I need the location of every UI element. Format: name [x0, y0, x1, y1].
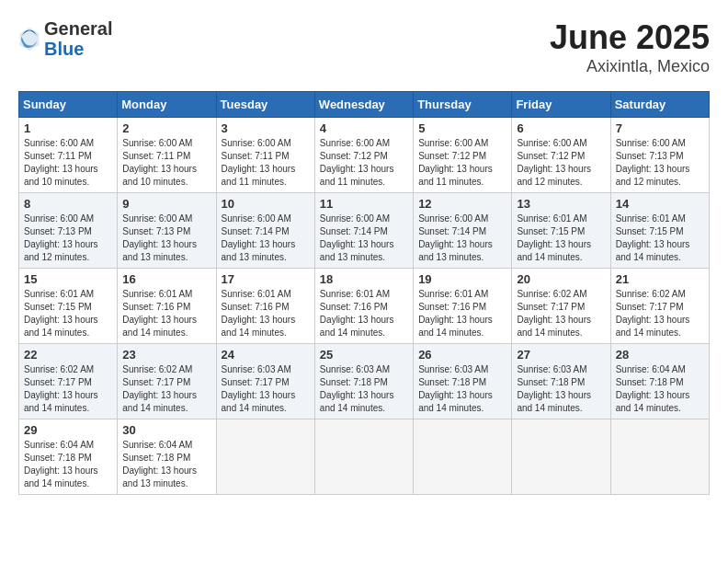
- day-info: Sunrise: 6:03 AMSunset: 7:18 PMDaylight:…: [517, 363, 605, 415]
- day-number: 24: [222, 348, 310, 362]
- logo: General Blue: [18, 18, 112, 59]
- calendar-cell: 10Sunrise: 6:00 AMSunset: 7:14 PMDayligh…: [216, 193, 314, 269]
- day-number: 22: [24, 348, 112, 362]
- calendar-cell: 29Sunrise: 6:04 AMSunset: 7:18 PMDayligh…: [19, 419, 118, 495]
- header-friday: Friday: [512, 92, 610, 118]
- day-number: 17: [222, 272, 310, 286]
- day-info: Sunrise: 6:04 AMSunset: 7:18 PMDaylight:…: [24, 439, 112, 490]
- header-sunday: Sunday: [19, 92, 118, 118]
- header-wednesday: Wednesday: [314, 92, 413, 118]
- day-number: 11: [320, 197, 408, 211]
- day-number: 5: [418, 121, 506, 135]
- calendar-cell: 22Sunrise: 6:02 AMSunset: 7:17 PMDayligh…: [19, 344, 118, 419]
- calendar-cell: [512, 419, 610, 495]
- calendar-cell: [216, 419, 314, 495]
- calendar-cell: 18Sunrise: 6:01 AMSunset: 7:16 PMDayligh…: [314, 269, 413, 344]
- day-info: Sunrise: 6:03 AMSunset: 7:18 PMDaylight:…: [320, 363, 408, 415]
- day-info: Sunrise: 6:00 AMSunset: 7:11 PMDaylight:…: [24, 137, 112, 189]
- day-info: Sunrise: 6:00 AMSunset: 7:12 PMDaylight:…: [517, 137, 605, 189]
- day-info: Sunrise: 6:01 AMSunset: 7:15 PMDaylight:…: [24, 288, 112, 339]
- day-number: 25: [320, 348, 408, 362]
- calendar-cell: 6Sunrise: 6:00 AMSunset: 7:12 PMDaylight…: [512, 118, 610, 193]
- day-info: Sunrise: 6:03 AMSunset: 7:17 PMDaylight:…: [222, 363, 310, 415]
- calendar-cell: 7Sunrise: 6:00 AMSunset: 7:13 PMDaylight…: [610, 118, 709, 193]
- page-subtitle: Axixintla, Mexico: [550, 57, 710, 76]
- day-info: Sunrise: 6:01 AMSunset: 7:16 PMDaylight:…: [222, 288, 310, 339]
- day-info: Sunrise: 6:00 AMSunset: 7:12 PMDaylight:…: [320, 137, 408, 189]
- calendar-week-3: 15Sunrise: 6:01 AMSunset: 7:15 PMDayligh…: [19, 269, 710, 344]
- day-number: 14: [616, 197, 704, 211]
- calendar-cell: 26Sunrise: 6:03 AMSunset: 7:18 PMDayligh…: [414, 344, 512, 419]
- day-info: Sunrise: 6:01 AMSunset: 7:16 PMDaylight:…: [320, 288, 408, 339]
- calendar-cell: 14Sunrise: 6:01 AMSunset: 7:15 PMDayligh…: [610, 193, 709, 269]
- page-title: June 2025: [550, 18, 710, 57]
- calendar-cell: 17Sunrise: 6:01 AMSunset: 7:16 PMDayligh…: [216, 269, 314, 344]
- header-tuesday: Tuesday: [216, 92, 314, 118]
- calendar-week-1: 1Sunrise: 6:00 AMSunset: 7:11 PMDaylight…: [19, 118, 710, 193]
- calendar-cell: 19Sunrise: 6:01 AMSunset: 7:16 PMDayligh…: [414, 269, 512, 344]
- day-number: 21: [616, 272, 704, 286]
- day-info: Sunrise: 6:03 AMSunset: 7:18 PMDaylight:…: [418, 363, 506, 415]
- calendar-week-4: 22Sunrise: 6:02 AMSunset: 7:17 PMDayligh…: [19, 344, 710, 419]
- day-number: 23: [122, 348, 210, 362]
- calendar-cell: 3Sunrise: 6:00 AMSunset: 7:11 PMDaylight…: [216, 118, 314, 193]
- title-block: June 2025 Axixintla, Mexico: [550, 18, 710, 76]
- calendar-week-5: 29Sunrise: 6:04 AMSunset: 7:18 PMDayligh…: [19, 419, 710, 495]
- calendar-cell: 23Sunrise: 6:02 AMSunset: 7:17 PMDayligh…: [118, 344, 216, 419]
- calendar-header-row: SundayMondayTuesdayWednesdayThursdayFrid…: [19, 92, 710, 118]
- calendar-cell: [610, 419, 709, 495]
- day-info: Sunrise: 6:01 AMSunset: 7:16 PMDaylight:…: [122, 288, 210, 339]
- day-info: Sunrise: 6:00 AMSunset: 7:12 PMDaylight:…: [418, 137, 506, 189]
- day-info: Sunrise: 6:00 AMSunset: 7:11 PMDaylight:…: [222, 137, 310, 189]
- day-info: Sunrise: 6:01 AMSunset: 7:15 PMDaylight:…: [517, 213, 605, 264]
- day-number: 8: [24, 197, 112, 211]
- day-info: Sunrise: 6:02 AMSunset: 7:17 PMDaylight:…: [24, 363, 112, 415]
- day-number: 10: [222, 197, 310, 211]
- day-number: 15: [24, 272, 112, 286]
- calendar-cell: 21Sunrise: 6:02 AMSunset: 7:17 PMDayligh…: [610, 269, 709, 344]
- day-number: 30: [122, 423, 210, 437]
- calendar-cell: 11Sunrise: 6:00 AMSunset: 7:14 PMDayligh…: [314, 193, 413, 269]
- day-info: Sunrise: 6:00 AMSunset: 7:14 PMDaylight:…: [320, 213, 408, 264]
- calendar-cell: 30Sunrise: 6:04 AMSunset: 7:18 PMDayligh…: [118, 419, 216, 495]
- day-number: 2: [122, 121, 210, 135]
- calendar-cell: 27Sunrise: 6:03 AMSunset: 7:18 PMDayligh…: [512, 344, 610, 419]
- day-info: Sunrise: 6:01 AMSunset: 7:15 PMDaylight:…: [616, 213, 704, 264]
- day-info: Sunrise: 6:00 AMSunset: 7:13 PMDaylight:…: [122, 213, 210, 264]
- calendar-week-2: 8Sunrise: 6:00 AMSunset: 7:13 PMDaylight…: [19, 193, 710, 269]
- calendar-cell: 12Sunrise: 6:00 AMSunset: 7:14 PMDayligh…: [414, 193, 512, 269]
- day-info: Sunrise: 6:00 AMSunset: 7:13 PMDaylight:…: [24, 213, 112, 264]
- day-info: Sunrise: 6:00 AMSunset: 7:13 PMDaylight:…: [616, 137, 704, 189]
- calendar-cell: 28Sunrise: 6:04 AMSunset: 7:18 PMDayligh…: [610, 344, 709, 419]
- day-info: Sunrise: 6:02 AMSunset: 7:17 PMDaylight:…: [517, 288, 605, 339]
- calendar-cell: 13Sunrise: 6:01 AMSunset: 7:15 PMDayligh…: [512, 193, 610, 269]
- calendar-cell: 4Sunrise: 6:00 AMSunset: 7:12 PMDaylight…: [314, 118, 413, 193]
- day-number: 18: [320, 272, 408, 286]
- calendar-cell: 2Sunrise: 6:00 AMSunset: 7:11 PMDaylight…: [118, 118, 216, 193]
- day-number: 26: [418, 348, 506, 362]
- calendar-table: SundayMondayTuesdayWednesdayThursdayFrid…: [18, 91, 710, 495]
- calendar-cell: 8Sunrise: 6:00 AMSunset: 7:13 PMDaylight…: [19, 193, 118, 269]
- page-header: General Blue June 2025 Axixintla, Mexico: [18, 18, 710, 76]
- day-info: Sunrise: 6:00 AMSunset: 7:11 PMDaylight:…: [122, 137, 210, 189]
- header-thursday: Thursday: [414, 92, 512, 118]
- day-number: 29: [24, 423, 112, 437]
- calendar-cell: 5Sunrise: 6:00 AMSunset: 7:12 PMDaylight…: [414, 118, 512, 193]
- day-number: 20: [517, 272, 605, 286]
- day-number: 12: [418, 197, 506, 211]
- day-number: 6: [517, 121, 605, 135]
- logo-icon: [18, 26, 40, 52]
- calendar-cell: [314, 419, 413, 495]
- calendar-cell: 9Sunrise: 6:00 AMSunset: 7:13 PMDaylight…: [118, 193, 216, 269]
- day-info: Sunrise: 6:04 AMSunset: 7:18 PMDaylight:…: [122, 439, 210, 490]
- day-number: 16: [122, 272, 210, 286]
- header-monday: Monday: [118, 92, 216, 118]
- day-info: Sunrise: 6:01 AMSunset: 7:16 PMDaylight:…: [418, 288, 506, 339]
- day-number: 13: [517, 197, 605, 211]
- day-number: 19: [418, 272, 506, 286]
- day-info: Sunrise: 6:00 AMSunset: 7:14 PMDaylight:…: [222, 213, 310, 264]
- day-number: 28: [616, 348, 704, 362]
- day-info: Sunrise: 6:02 AMSunset: 7:17 PMDaylight:…: [616, 288, 704, 339]
- day-number: 3: [222, 121, 310, 135]
- day-info: Sunrise: 6:00 AMSunset: 7:14 PMDaylight:…: [418, 213, 506, 264]
